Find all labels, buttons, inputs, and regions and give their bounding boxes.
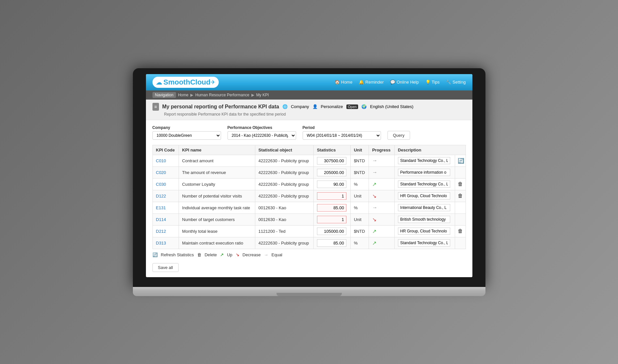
delete-icon[interactable]: 🗑 — [458, 193, 463, 198]
table-body: C010 Contract amount 42222630 - Publicit… — [152, 155, 466, 249]
objectives-filter-label: Performance Objectives — [228, 125, 296, 130]
cell-kpi-name: The amount of revenue — [179, 166, 255, 178]
cell-statistics — [313, 202, 350, 214]
description-input[interactable] — [398, 216, 450, 223]
statistics-input[interactable] — [317, 169, 346, 176]
description-input[interactable] — [398, 157, 450, 164]
statistics-input[interactable] — [317, 157, 346, 165]
kpi-code-link[interactable]: D313 — [156, 241, 166, 245]
period-select[interactable]: W04 (2014/01/18 ~ 2014/01/24) — [303, 131, 381, 140]
filters-row: Company 10000 DoubleGreen Performance Ob… — [152, 125, 466, 140]
cell-stat-obj: 42222630 - Publicity group — [255, 155, 313, 166]
cell-action — [455, 202, 466, 214]
nav-home[interactable]: 🏠 Home — [335, 80, 352, 85]
nav-online-help[interactable]: 💬 Online Help — [390, 80, 419, 85]
description-input[interactable] — [398, 228, 450, 235]
description-input[interactable] — [398, 204, 450, 211]
company-filter-label: Company — [152, 125, 221, 130]
top-nav: 🏠 Home 🔔 Reminder 💬 Online Help 💡 Tips 🔧… — [335, 80, 466, 85]
objectives-filter-group: Performance Objectives 2014 - Kao (42222… — [228, 125, 296, 140]
cell-action: 🗑 — [455, 178, 466, 190]
cell-description — [394, 237, 455, 249]
breadcrumb-home[interactable]: Home — [178, 93, 188, 97]
page-header: ≡ My personal reporting of Performance K… — [146, 100, 472, 120]
cell-action — [455, 214, 466, 225]
cell-progress: → — [369, 166, 394, 178]
cell-kpi-code: D212 — [152, 225, 179, 237]
kpi-code-link[interactable]: D212 — [156, 229, 166, 234]
col-unit: Unit — [350, 145, 369, 155]
progress-indicator: ↗ — [372, 240, 376, 246]
statistics-input[interactable] — [317, 181, 346, 188]
nav-tips[interactable]: 💡 Tips — [425, 80, 439, 85]
kpi-code-link[interactable]: C030 — [156, 182, 166, 187]
cell-stat-obj: 42222630 - Publicity group — [255, 237, 313, 249]
cell-description — [394, 178, 455, 190]
cell-kpi-code: D313 — [152, 237, 179, 249]
breadcrumb-my-kpi[interactable]: My KPI — [256, 93, 269, 97]
cell-progress: ↘ — [369, 214, 394, 225]
delete-icon: 🗑 — [197, 252, 201, 257]
logo-area: ☁ SmoothCloud ✈ — [152, 77, 219, 88]
cell-kpi-name: Number of potential visitor visits — [179, 190, 255, 202]
progress-indicator: ↘ — [372, 193, 376, 199]
refresh-icon: 🔄 — [152, 252, 158, 257]
delete-icon[interactable]: 🗑 — [458, 228, 463, 234]
statistics-input[interactable] — [317, 239, 346, 247]
meta-icon-language: 🌍 — [361, 104, 367, 109]
cell-unit: % — [350, 237, 369, 249]
cell-unit: Unit — [350, 190, 369, 202]
kpi-code-link[interactable]: E131 — [156, 205, 166, 210]
meta-personalize-label[interactable]: Personalize — [321, 104, 343, 109]
description-input[interactable] — [398, 181, 450, 188]
cell-statistics — [313, 214, 350, 225]
nav-reminder[interactable]: 🔔 Reminder — [359, 80, 384, 85]
statistics-input[interactable] — [317, 228, 346, 235]
cell-stat-obj: 1121200 - Ted — [255, 225, 313, 237]
refresh-icon[interactable]: 🔄 — [458, 158, 464, 164]
page-title: My personal reporting of Performance KPI… — [162, 104, 279, 110]
legend-row: 🔄 Refresh Statistics 🗑 Delete ↗ Up ↘ Dec… — [152, 249, 466, 261]
description-input[interactable] — [398, 239, 450, 246]
kpi-code-link[interactable]: C010 — [156, 158, 166, 163]
statistics-input[interactable] — [317, 204, 346, 212]
progress-indicator: → — [372, 158, 377, 163]
cell-action: 🗑 — [455, 190, 466, 202]
laptop-frame: ☁ SmoothCloud ✈ 🏠 Home 🔔 Reminder 💬 Onli… — [133, 68, 485, 296]
kpi-code-link[interactable]: C020 — [156, 170, 166, 175]
meta-company-label[interactable]: Company — [291, 104, 309, 109]
company-select[interactable]: 10000 DoubleGreen — [152, 131, 221, 140]
content-area: Company 10000 DoubleGreen Performance Ob… — [146, 120, 472, 277]
objectives-select[interactable]: 2014 - Kao (42222630 - Publicity g — [228, 131, 296, 140]
breadcrumb-hr-perf[interactable]: Human Resource Performance — [195, 93, 249, 97]
table-row: D114 Number of target customers 0012630 … — [152, 214, 466, 225]
top-header: ☁ SmoothCloud ✈ 🏠 Home 🔔 Reminder 💬 Onli… — [146, 74, 472, 90]
nav-setting[interactable]: 🔧 Setting — [446, 80, 466, 85]
progress-indicator: → — [372, 205, 377, 210]
meta-icon-company: 🌐 — [282, 104, 288, 109]
progress-indicator: ↘ — [372, 217, 376, 222]
col-statistics: Statistics — [313, 145, 350, 155]
query-button[interactable]: Query — [388, 131, 410, 140]
table-row: C030 Customer Loyalty 42222630 - Publici… — [152, 178, 466, 190]
table-row: D313 Maintain contract execution ratio 4… — [152, 237, 466, 249]
kpi-code-link[interactable]: D114 — [156, 217, 166, 222]
cell-description — [394, 214, 455, 225]
meta-icon-personalize: 👤 — [312, 104, 318, 109]
kpi-code-link[interactable]: D122 — [156, 194, 166, 198]
statistics-input[interactable] — [317, 192, 346, 200]
save-all-button[interactable]: Save all — [152, 263, 179, 272]
statistics-input[interactable] — [317, 216, 346, 223]
period-filter-group: Period W04 (2014/01/18 ~ 2014/01/24) — [303, 125, 381, 140]
navigation-button[interactable]: Navigation — [152, 92, 176, 98]
description-input[interactable] — [398, 192, 450, 199]
cell-stat-obj: 42222630 - Publicity group — [255, 190, 313, 202]
cell-progress: ↗ — [369, 225, 394, 237]
description-input[interactable] — [398, 169, 450, 176]
up-icon: ↗ — [220, 252, 224, 257]
cell-stat-obj: 0012630 - Kao — [255, 214, 313, 225]
cell-kpi-code: D114 — [152, 214, 179, 225]
delete-icon[interactable]: 🗑 — [458, 181, 463, 187]
breadcrumb-bar: Navigation Home ▶ Human Resource Perform… — [146, 90, 472, 100]
table-row: C010 Contract amount 42222630 - Publicit… — [152, 155, 466, 166]
